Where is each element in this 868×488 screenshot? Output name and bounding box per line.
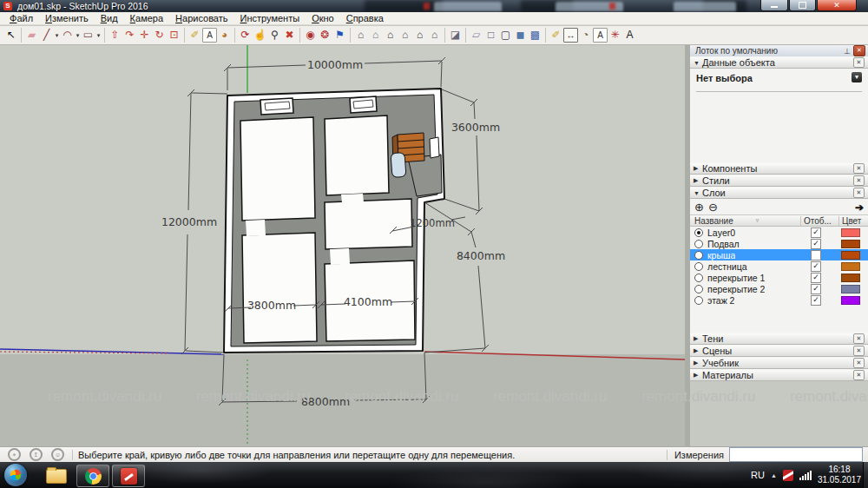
offset-icon[interactable]: ⊡	[167, 28, 181, 43]
tray-close-icon[interactable]: ✕	[853, 45, 865, 56]
close-icon[interactable]: ✕	[853, 333, 865, 344]
section-entity-info[interactable]: ▼ Данные объекта ✕	[690, 56, 868, 69]
visibility-checkbox[interactable]: ✓	[811, 261, 821, 272]
style-wireframe-icon[interactable]: □	[483, 28, 498, 43]
select-icon[interactable]: ↖	[3, 28, 18, 43]
view-front-icon[interactable]: ⌂	[383, 28, 398, 43]
share-model-icon[interactable]: ⚑	[332, 28, 347, 43]
visibility-checkbox[interactable]: ✓	[811, 273, 821, 283]
layer-row[interactable]: крыша	[690, 249, 868, 260]
zoom-extents-icon[interactable]: ✖	[282, 28, 297, 43]
close-icon[interactable]: ✕	[853, 370, 865, 380]
column-name[interactable]: Название▿	[690, 216, 800, 226]
zoom-icon[interactable]: ⚲	[267, 28, 282, 43]
rectangle-dropdown-icon[interactable]: ▾	[95, 32, 102, 39]
model-info-icon[interactable]: ❂	[318, 28, 332, 43]
line-icon[interactable]: ╱	[39, 28, 54, 43]
layer-color-swatch[interactable]	[841, 240, 860, 248]
layer-color-swatch[interactable]	[841, 296, 860, 305]
view-left-icon[interactable]: ⌂	[427, 28, 442, 43]
orbit-icon[interactable]: ⟳	[238, 28, 253, 43]
section-plane-icon[interactable]: ◪	[448, 28, 463, 43]
close-icon[interactable]: ✕	[853, 175, 865, 186]
layer-row[interactable]: перекрытие 1 ✓	[690, 272, 868, 283]
line-dropdown-icon[interactable]: ▾	[54, 32, 60, 39]
current-layer-radio[interactable]	[694, 285, 703, 293]
section-styles[interactable]: ▶ Стили ✕	[690, 175, 868, 187]
pan-icon[interactable]: ☝	[253, 28, 267, 43]
close-icon[interactable]: ✕	[853, 346, 865, 356]
column-visible[interactable]: Отоб...	[800, 216, 838, 226]
close-button[interactable]: ✕	[817, 0, 857, 11]
measurements-input[interactable]	[729, 447, 863, 462]
current-layer-radio[interactable]	[694, 251, 703, 260]
3d-text-icon[interactable]: A	[622, 28, 637, 43]
layer-row[interactable]: перекрытие 2 ✓	[690, 283, 868, 294]
view-iso-icon[interactable]: ⌂	[353, 28, 368, 43]
close-icon[interactable]: ✕	[853, 163, 865, 174]
style-hidden-line-icon[interactable]: ▢	[498, 28, 513, 43]
menu-tools[interactable]: Инструменты	[234, 12, 306, 25]
visibility-checkbox[interactable]: ✓	[811, 295, 821, 306]
minimize-button[interactable]	[760, 0, 788, 11]
rectangle-icon[interactable]: ▭	[81, 28, 95, 43]
visibility-checkbox[interactable]: ✓	[811, 284, 821, 294]
current-layer-radio[interactable]	[694, 240, 703, 248]
taskbar-explorer-button[interactable]	[40, 465, 73, 487]
protractor-icon[interactable]: ◔	[578, 28, 593, 43]
move-icon[interactable]: ✛	[137, 28, 152, 43]
start-button[interactable]	[4, 464, 27, 486]
network-signal-icon[interactable]	[799, 470, 812, 480]
current-layer-radio[interactable]	[694, 228, 703, 237]
text-leader-icon[interactable]: A	[202, 28, 217, 43]
style-shaded-icon[interactable]: ◼	[513, 28, 528, 43]
tape-measure-icon[interactable]: ✐	[187, 28, 202, 43]
component-lock-icon[interactable]: ▾	[852, 72, 862, 82]
tray-expand-icon[interactable]: ▲	[771, 472, 777, 478]
axes-icon[interactable]: ✳	[608, 28, 622, 43]
antivirus-tray-icon[interactable]	[783, 470, 793, 481]
clock[interactable]: 16:18 31.05.2017	[818, 465, 865, 485]
push-pull-icon[interactable]: ⇧	[108, 28, 122, 43]
layer-row[interactable]: лестница ✓	[690, 260, 868, 272]
layer-color-swatch[interactable]	[841, 228, 860, 237]
visibility-checkbox[interactable]	[811, 250, 821, 260]
tape-measure-2-icon[interactable]: ✐	[549, 28, 563, 43]
dimension-icon[interactable]: ↔	[563, 28, 578, 43]
menu-camera[interactable]: Камера	[124, 12, 169, 25]
section-components[interactable]: ▶ Компоненты ✕	[690, 162, 868, 175]
credits-icon[interactable]: ↥	[30, 448, 43, 461]
section-scenes[interactable]: ▶ Сцены ✕	[690, 345, 868, 357]
text-icon[interactable]: A	[593, 28, 608, 43]
menu-edit[interactable]: Изменить	[39, 12, 95, 25]
close-icon[interactable]: ✕	[853, 57, 865, 68]
style-textured-icon[interactable]: ▩	[528, 28, 542, 43]
add-location-icon[interactable]: ◉	[303, 28, 318, 43]
menu-help[interactable]: Справка	[340, 12, 390, 25]
taskbar-sketchup-button[interactable]	[112, 465, 145, 487]
arc-icon[interactable]: ◠	[60, 28, 75, 43]
section-materials[interactable]: ▶ Материалы ✕	[690, 369, 868, 381]
pin-icon[interactable]: ⊥	[843, 47, 852, 56]
remove-layer-icon[interactable]: ⊖	[708, 201, 718, 214]
visibility-checkbox[interactable]: ✓	[811, 239, 821, 249]
section-instructor[interactable]: ▶ Учебник ✕	[690, 357, 868, 369]
show-desktop-button[interactable]	[863, 462, 868, 488]
eraser-icon[interactable]: ▰	[24, 28, 39, 43]
column-color[interactable]: Цвет	[838, 216, 868, 226]
menu-draw[interactable]: Нарисовать	[169, 12, 233, 25]
paint-bucket-icon[interactable]: ◕	[217, 28, 232, 43]
menu-file[interactable]: Файл	[3, 12, 39, 25]
arc-dropdown-icon[interactable]: ▾	[75, 32, 81, 39]
rotate-icon[interactable]: ↻	[152, 28, 167, 43]
drawing-canvas[interactable]: 10000mm 12000mm 3600mm 8400mm 1200mm 380…	[0, 45, 685, 447]
view-right-icon[interactable]: ⌂	[398, 28, 412, 43]
menu-view[interactable]: Вид	[95, 12, 124, 25]
layer-row[interactable]: Layer0 ✓	[690, 227, 868, 238]
view-back-icon[interactable]: ⌂	[412, 28, 427, 43]
menu-window[interactable]: Окно	[306, 12, 340, 25]
visibility-checkbox[interactable]: ✓	[811, 228, 821, 238]
follow-me-icon[interactable]: ↷	[122, 28, 137, 43]
section-layers[interactable]: ▼ Слои ✕	[690, 187, 868, 199]
style-xray-icon[interactable]: ▱	[469, 28, 483, 43]
